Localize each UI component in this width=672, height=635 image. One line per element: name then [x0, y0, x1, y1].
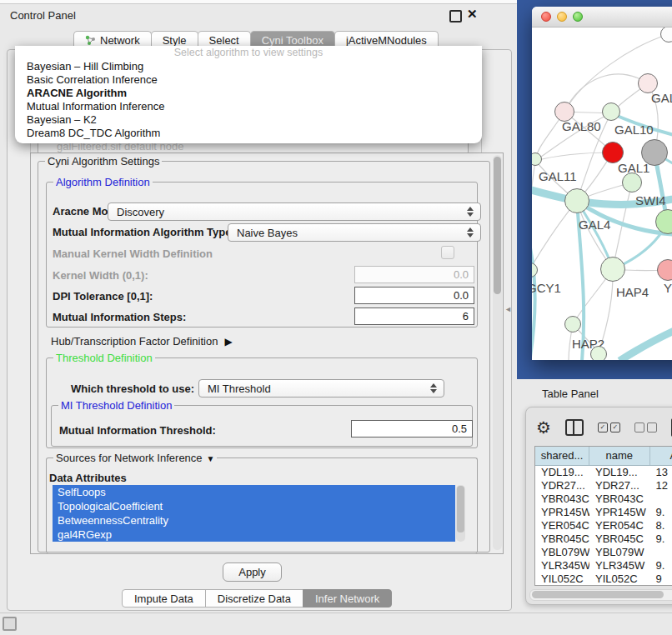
tab-label: Select [209, 34, 239, 47]
attribute-item[interactable]: SelfLoops [53, 485, 455, 499]
mi-steps-input[interactable]: 6 [354, 308, 474, 325]
aracne-mode-combo[interactable]: Discovery [108, 202, 481, 221]
kernel-width-input[interactable]: 0.0 [354, 266, 474, 283]
node-label: Y [664, 281, 672, 295]
sources-group-title[interactable]: Sources for Network Inference▼ [53, 452, 217, 464]
node-label: GAL11 [539, 169, 577, 183]
dropdown-item[interactable]: Dream8 DC_TDC Algorithm [15, 127, 482, 140]
node-label: HAP4 [616, 285, 649, 299]
table-cell [650, 492, 672, 506]
table-row[interactable]: YPR145WYPR145W9. [535, 506, 672, 519]
collapsed-panel-button[interactable] [3, 617, 17, 631]
node-label: GAL [651, 91, 672, 105]
table-cell: YDL19... [535, 466, 589, 479]
network-node-y[interactable] [657, 259, 672, 281]
float-panel-icon[interactable] [449, 10, 462, 22]
network-node-gcy1[interactable] [532, 262, 538, 278]
network-canvas[interactable]: GALGAL80GAL10GAL11GAL1GAL4SWI4GCY1HAP4YH… [532, 28, 672, 360]
network-node[interactable] [641, 139, 668, 166]
table-cell: 9. [650, 559, 672, 572]
table-row[interactable]: YLR345WYLR345W9. [535, 559, 672, 572]
zoom-window-icon[interactable] [573, 12, 583, 22]
table-scrollbar-thumb[interactable] [532, 591, 664, 598]
network-node-hap4[interactable] [600, 257, 625, 282]
bottom-tabbar: Impute DataDiscretize DataInfer Network [122, 589, 391, 608]
table-panel-region: Table Panel ⚙ ✓✓ shared...nameA YDL19...… [517, 379, 672, 612]
dpi-tolerance-input[interactable]: 0.0 [354, 287, 474, 304]
dpi-tolerance-label: DPI Tolerance [0,1]: [53, 290, 153, 302]
node-label: GAL10 [614, 122, 654, 137]
manual-kernel-label: Manual Kernel Width Definition [53, 248, 213, 260]
bottom-tab-impute-data[interactable]: Impute Data [122, 589, 206, 608]
table-row[interactable]: YIL052CYIL052C9 [535, 572, 672, 586]
table-row[interactable]: YBR045CYBR045C9. [535, 532, 672, 546]
manual-kernel-checkbox[interactable] [441, 246, 454, 259]
settings-scrollbar[interactable] [493, 155, 502, 550]
network-node-hap2[interactable] [564, 316, 581, 332]
close-window-icon[interactable] [541, 12, 551, 22]
combo-stepper-icon[interactable] [464, 207, 480, 217]
network-node-swi4[interactable] [655, 209, 672, 234]
table-cell: 9 [650, 572, 672, 586]
table-horizontal-scrollbar[interactable] [529, 589, 672, 601]
dropdown-item[interactable]: Bayesian – K2 [15, 113, 482, 127]
network-node-gal11[interactable] [532, 152, 542, 166]
settings-scroll-area: Cyni Algorithm Settings Algorithm Defini… [30, 152, 504, 554]
table-cell: 12 [650, 479, 672, 492]
network-node-gal1[interactable] [622, 172, 642, 192]
collapse-down-icon: ▼ [207, 454, 215, 463]
network-node[interactable] [590, 346, 607, 360]
gear-icon[interactable]: ⚙ [536, 418, 551, 437]
node-label: GAL1 [618, 161, 649, 175]
table-cell: 9. [650, 506, 672, 519]
node-label: GAL4 [579, 218, 610, 232]
network-window-titlebar[interactable] [532, 7, 672, 28]
dropdown-item[interactable]: Mutual Information Inference [15, 100, 482, 113]
table-row[interactable]: YBL079WYBL079W [535, 546, 672, 559]
checked-boxes-icon[interactable]: ✓✓ [598, 422, 620, 432]
network-node-gal10[interactable] [602, 102, 620, 121]
dropdown-item[interactable]: ARACNE Algorithm [15, 87, 482, 100]
minimize-window-icon[interactable] [557, 12, 567, 22]
table-cell: YDL19... [589, 466, 650, 479]
node-label: GCY1 [532, 281, 561, 295]
attribute-item[interactable]: BetweennessCentrality [53, 513, 455, 528]
mi-threshold-input[interactable]: 0.5 [351, 420, 473, 438]
dropdown-item[interactable]: Basic Correlation Inference [15, 73, 482, 87]
table-header-row: shared...nameA [535, 447, 672, 466]
panel-splitter-handle[interactable]: ◄ [504, 305, 512, 313]
mi-type-label: Mutual Information Algorithm Type: [53, 226, 235, 238]
mi-type-combo[interactable]: Naive Bayes [228, 223, 481, 242]
column-header[interactable]: name [589, 447, 650, 465]
hub-definition-expander[interactable]: Hub/Transcription Factor Definition▶ [51, 335, 233, 348]
split-columns-icon[interactable] [565, 419, 584, 436]
network-node[interactable] [660, 28, 672, 42]
table-cell: 9. [650, 532, 672, 546]
close-panel-icon[interactable]: ✕ [467, 7, 478, 22]
mi-threshold-group-title: MI Threshold Definition [58, 399, 174, 412]
mi-type-value: Naive Bayes [228, 227, 464, 239]
column-header[interactable]: A [650, 447, 672, 465]
apply-button[interactable]: Apply [223, 562, 282, 582]
table-cell: YLR345W [589, 559, 650, 572]
combo-stepper-icon[interactable] [427, 383, 444, 393]
network-node-gal4[interactable] [564, 188, 589, 213]
attributes-scrollbar[interactable] [456, 485, 465, 542]
settings-scrollbar-thumb[interactable] [494, 157, 501, 294]
bottom-tab-infer-network[interactable]: Infer Network [303, 589, 392, 608]
table-row[interactable]: YER054CYER054C8. [535, 519, 672, 532]
which-threshold-combo[interactable]: MI Threshold [198, 379, 444, 398]
app-bottom-strip [0, 612, 672, 635]
combo-stepper-icon[interactable] [464, 228, 480, 238]
dropdown-item[interactable]: Bayesian – Hill Climbing [15, 60, 482, 73]
table-row[interactable]: YBR043CYBR043C [535, 492, 672, 506]
table-row[interactable]: YDL19...YDL19...13 [535, 466, 672, 479]
desktop-background: GALGAL80GAL10GAL11GAL1GAL4SWI4GCY1HAP4YH… [517, 0, 672, 379]
table-row[interactable]: YDR27...YDR27...12 [535, 479, 672, 492]
attribute-item[interactable]: TopologicalCoefficient [53, 499, 455, 513]
node-table: shared...nameA YDL19...YDL19...13YDR27..… [534, 446, 672, 586]
unchecked-boxes-icon[interactable] [634, 422, 657, 432]
attribute-item[interactable]: gal4RGexp [53, 528, 455, 542]
bottom-tab-discretize-data[interactable]: Discretize Data [205, 589, 303, 608]
column-header[interactable]: shared... [535, 447, 589, 465]
